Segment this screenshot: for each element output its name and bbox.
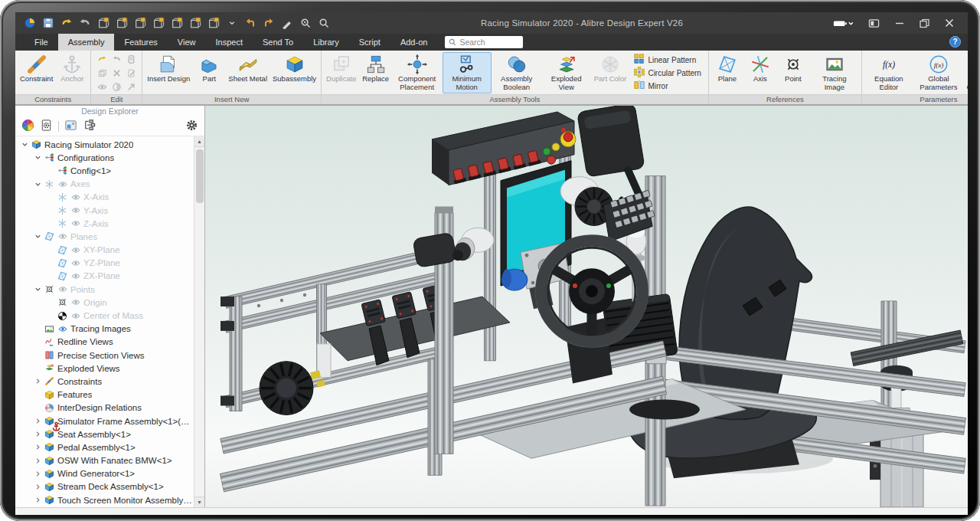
help-button[interactable]: ? (949, 36, 961, 48)
tree-item-config-1[interactable]: Config<1> (15, 164, 194, 177)
expand-closed-icon[interactable] (33, 483, 43, 490)
tree-item-stream-deck-assembly-1[interactable]: Stream Deck Assembly<1> (15, 480, 194, 493)
edit-visibility-button[interactable] (95, 80, 109, 93)
settings-gear-icon[interactable] (185, 119, 198, 135)
3d-scene[interactable] (205, 106, 968, 507)
visibility-eye-icon[interactable] (70, 313, 81, 319)
visibility-eye-icon[interactable] (70, 207, 81, 214)
zoom-icon[interactable] (317, 16, 331, 30)
tree-item-xy-plane[interactable]: XY-Plane (15, 244, 194, 257)
new-bom-icon[interactable] (170, 16, 184, 30)
ribbon-button-subassembly[interactable]: Subassembly (270, 52, 318, 93)
scroll-thumb[interactable] (196, 149, 204, 203)
tree-item-simulator-frame-assembly-1-anchored[interactable]: Simulator Frame Assembly<1>(Anchored) (15, 415, 194, 428)
visibility-eye-icon[interactable] (70, 260, 81, 267)
edit-go-to-button[interactable] (124, 80, 138, 93)
expand-open-icon[interactable] (33, 181, 43, 188)
edit-reference-doc-button[interactable] (124, 53, 138, 66)
menu-tab-script[interactable]: Script (349, 34, 390, 51)
ribbon-button-constraint[interactable]: Constraint (18, 52, 55, 93)
visibility-eye-icon[interactable] (57, 181, 68, 188)
expand-closed-icon[interactable] (33, 431, 43, 437)
expand-closed-icon[interactable] (33, 418, 43, 424)
tree-item-constraints[interactable]: Constraints (15, 375, 194, 388)
expand-closed-icon[interactable] (33, 378, 43, 385)
ribbon-button-linear-pattern[interactable]: Linear Pattern (632, 54, 703, 66)
tree-item-tracing-images[interactable]: Tracing Images (15, 323, 194, 336)
menu-tab-library[interactable]: Library (303, 34, 349, 51)
ribbon-button-tracing-image[interactable]: Tracing Image (810, 52, 859, 93)
edit-redo-button[interactable] (109, 53, 123, 66)
expand-open-icon[interactable] (20, 141, 30, 148)
tree-item-yz-plane[interactable]: YZ-Plane (15, 257, 194, 270)
tree-item-racing-simulator-2020[interactable]: Racing Simulator 2020 (15, 138, 194, 151)
visibility-eye-icon[interactable] (57, 326, 68, 333)
ribbon-button-replace[interactable]: Replace (360, 52, 392, 93)
tree-item-y-axis[interactable]: Y-Axis (15, 204, 194, 217)
next-view-icon[interactable] (262, 16, 276, 30)
tree-item-touch-screen-monitor-assembly-1[interactable]: Touch Screen Monitor Assembly<1> (15, 493, 194, 506)
ribbon-button-mirror[interactable]: Mirror (632, 80, 703, 92)
tree-item-x-axis[interactable]: X-Axis (15, 191, 194, 204)
visibility-eye-icon[interactable] (70, 220, 81, 227)
tree-item-center-of-mass[interactable]: Center of Mass (15, 309, 194, 322)
find-icon[interactable] (299, 16, 312, 30)
ribbon-button-part[interactable]: Part (193, 52, 225, 93)
visibility-eye-icon[interactable] (70, 247, 81, 254)
visibility-eye-icon[interactable] (70, 273, 81, 280)
edit-copy-button[interactable] (95, 67, 109, 80)
ribbon-button-circular-pattern[interactable]: Circular Pattern (632, 67, 703, 79)
tree-item-redline-views[interactable]: Redline Views (15, 336, 194, 349)
ribbon-button-insert-design[interactable]: Insert Design (145, 52, 192, 93)
tree-item-axes[interactable]: Axes (15, 178, 194, 191)
search-input[interactable]: Search (445, 36, 523, 48)
ribbon-button-part-color[interactable]: Part Color (592, 52, 629, 93)
new-sheet-metal-icon[interactable] (152, 16, 165, 30)
panel-view-icon[interactable] (64, 119, 77, 135)
alibre-logo-icon[interactable] (23, 16, 37, 30)
menu-tab-view[interactable]: View (168, 34, 206, 51)
visibility-eye-icon[interactable] (70, 194, 81, 201)
expand-open-icon[interactable] (33, 286, 43, 293)
display-mode-button[interactable] (868, 18, 880, 29)
tree-item-interdesign-relations[interactable]: InterDesign Relations (15, 401, 194, 415)
edit-undo-button[interactable] (95, 53, 109, 66)
expand-closed-icon[interactable] (33, 470, 43, 477)
tree-item-seat-assembly-1[interactable]: Seat Assembly<1> (15, 428, 194, 441)
frame-beam[interactable] (485, 172, 496, 361)
tree-item-precise-section-views[interactable]: Precise Section Views (15, 349, 194, 362)
ribbon-button-anchor[interactable]: Anchor (56, 52, 88, 93)
tree-item-wind-generator-1[interactable]: Wind Generator<1> (15, 467, 194, 480)
ribbon-button-global-parameters[interactable]: f(x)Global Parameters (914, 52, 963, 93)
redo-icon[interactable] (78, 16, 92, 30)
tree-item-exploded-views[interactable]: Exploded Views (15, 362, 194, 375)
tree-item-configurations[interactable]: Configurations (15, 151, 194, 164)
previous-view-icon[interactable] (243, 16, 257, 30)
tree-item-pedal-assembly-1[interactable]: Pedal Assembly<1> (15, 441, 194, 454)
menu-tab-send-to[interactable]: Send To (253, 34, 303, 51)
measure-icon[interactable] (280, 16, 294, 30)
visibility-eye-icon[interactable] (57, 233, 68, 240)
menu-tab-inspect[interactable]: Inspect (206, 34, 253, 51)
tree-item-z-axis[interactable]: Z-Axis (15, 217, 194, 230)
expand-open-icon[interactable] (33, 154, 43, 161)
visibility-eye-icon[interactable] (70, 299, 81, 306)
tree-item-zx-plane[interactable]: ZX-Plane (15, 270, 194, 283)
menu-tab-features[interactable]: Features (114, 34, 167, 51)
ribbon-button-new-configuration[interactable]: New Configuration (964, 52, 968, 93)
ribbon-button-component-placement[interactable]: Component Placement (393, 52, 442, 93)
ribbon-button-exploded-view[interactable]: Exploded View (542, 52, 591, 93)
3d-viewport[interactable] (205, 106, 968, 507)
edit-edit-doc-button[interactable] (124, 67, 138, 80)
tree-item-points[interactable]: Points (15, 283, 194, 296)
ribbon-button-point[interactable]: Point (777, 52, 809, 93)
ribbon-button-equation-editor[interactable]: f(x)Equation Editor (864, 52, 913, 93)
ribbon-button-minimum-motion[interactable]: Minimum Motion (443, 52, 492, 93)
color-wheel-icon[interactable] (21, 119, 34, 135)
menu-tab-assembly[interactable]: Assembly (58, 34, 115, 51)
new-assembly-icon[interactable] (115, 16, 129, 30)
close-button[interactable] (945, 18, 954, 28)
undo-icon[interactable] (60, 16, 74, 30)
minimize-button[interactable] (895, 18, 904, 28)
save-icon[interactable] (41, 16, 55, 30)
